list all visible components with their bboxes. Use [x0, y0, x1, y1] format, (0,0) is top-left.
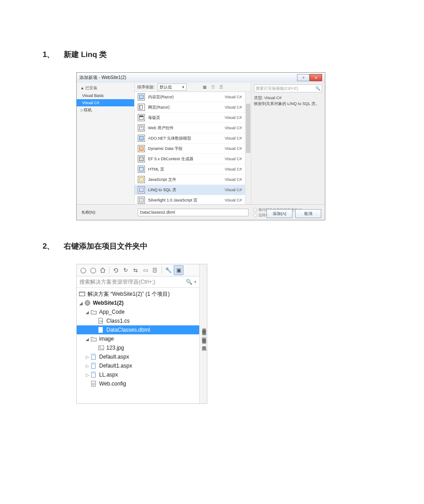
folder-app-code[interactable]: App_Code [77, 307, 199, 316]
dd-template-icon [137, 145, 145, 152]
sort-combo[interactable]: 默认值▾ [157, 83, 187, 91]
globe-icon [84, 299, 91, 307]
template-toolbar: 排序依据: 默认值▾ ▦ ☷ ☰ [135, 83, 251, 92]
template-search-input[interactable]: 搜索已安装模板(Ctrl+E) 🔍 [254, 84, 322, 92]
back-icon[interactable]: ◯ [79, 266, 87, 275]
show-all-icon[interactable]: ▭ [141, 266, 150, 275]
template-row[interactable]: Dynamic Data 字段Visual C# [135, 144, 251, 154]
scrollbar[interactable] [245, 92, 251, 205]
refresh-icon[interactable] [111, 266, 120, 275]
file-123jpg[interactable]: 123.jpg [77, 343, 199, 352]
template-row[interactable]: 母版页Visual C# [135, 113, 251, 123]
view-list-icon[interactable]: ☰ [219, 84, 224, 90]
template-row[interactable]: Web 用户控件Visual C# [135, 123, 251, 133]
folder-icon [90, 335, 97, 342]
se-search-input[interactable]: 搜索解决方案资源管理器(Ctrl+;) 🔍▾ [77, 276, 199, 288]
template-row[interactable]: ADO.NET 实体数据模型Visual C# [135, 133, 251, 144]
step1-num: 1、 [43, 49, 61, 60]
cancel-button[interactable]: 取消 [295, 209, 321, 218]
scrollbar-thumb[interactable] [246, 104, 250, 153]
file-webconfig[interactable]: Web.config [77, 379, 199, 388]
svg-point-10 [99, 346, 100, 347]
template-label: Web 用户控件 [148, 125, 225, 131]
html-template-icon [137, 166, 145, 173]
image-file-icon [97, 344, 105, 351]
se-search-dropdown-icon[interactable]: ▾ [194, 280, 197, 284]
name-input[interactable]: DataClasses2.dbml [138, 209, 249, 216]
category-visual-basic[interactable]: Visual Basic [77, 92, 134, 99]
solution-node[interactable]: 解决方案 “WebSite1(2)” (1 个项目) [77, 289, 199, 298]
svg-rect-17 [92, 381, 96, 386]
category-visual-csharp[interactable]: Visual C# [77, 99, 134, 106]
step2-heading: 2、 右键添加在项目文件夹中 [43, 241, 379, 251]
description-panel: 搜索已安装模板(Ctrl+E) 🔍 类型: Visual C# 映射到关系对象的… [251, 83, 325, 205]
template-row[interactable]: 内容页(Razor)Visual C# [135, 92, 251, 102]
forward-icon[interactable]: ◯ [88, 266, 97, 275]
template-label: EF 5.x DbContext 生成器 [148, 156, 225, 162]
tree-toggle[interactable] [85, 337, 90, 342]
close-button[interactable]: ✕ [310, 74, 322, 81]
collapse-icon[interactable]: ⇆ [131, 266, 140, 275]
template-row[interactable]: LINQ to SQL 类Visual C# [135, 185, 251, 195]
step2-title: 右键添加在项目文件夹中 [64, 242, 148, 250]
page-template-icon [137, 104, 145, 111]
file-ll-aspx[interactable]: LL.aspx [77, 370, 199, 379]
view-medium-icon[interactable]: ☷ [210, 84, 216, 90]
template-row[interactable]: 网页(Razor)Visual C# [135, 102, 251, 113]
solution-explorer-panel: ◯ ◯ ↻ ⇆ ▭ P 🔧 ▣ 搜索解决方案资源 [76, 264, 207, 404]
online-header[interactable]: ▷联机 [77, 106, 134, 114]
file-default-aspx[interactable]: Default.aspx [77, 352, 199, 361]
tree-toggle[interactable] [92, 328, 97, 333]
file-class1[interactable]: C# Class1.cs [77, 316, 199, 325]
svg-text:C#: C# [99, 320, 103, 323]
help-button[interactable]: ? [297, 74, 310, 81]
aspx-file-icon [90, 362, 97, 369]
step1-heading: 1、 新建 Linq 类 [43, 49, 379, 60]
sort-label: 排序依据: [137, 84, 155, 90]
dialog-title: 添加新项 - WebSite1(2) [79, 75, 297, 81]
step1-title: 新建 Linq 类 [64, 50, 107, 59]
template-list: 内容页(Razor)Visual C#网页(Razor)Visual C#母版页… [135, 92, 251, 205]
project-node[interactable]: WebSite1(2) [77, 298, 199, 307]
sync-icon[interactable]: ↻ [121, 266, 130, 275]
aspx-file-icon [90, 371, 97, 378]
svg-text:P: P [154, 269, 156, 272]
template-label: 内容页(Razor) [148, 94, 225, 100]
file-default1-aspx[interactable]: Default1.aspx [77, 361, 199, 370]
preview-icon[interactable]: ▣ [174, 265, 184, 275]
tree-toggle[interactable] [85, 373, 90, 377]
dbml-file-icon [97, 326, 105, 333]
template-row[interactable]: HTML 页Visual C# [135, 164, 251, 175]
svg-rect-12 [92, 354, 96, 355]
template-label: JavaScript 文件 [148, 177, 225, 183]
se-side-tabs[interactable]: 服务器资源管理器 团队资源管理器 类视图 [199, 264, 207, 403]
template-row[interactable]: JavaScript 文件Visual C# [135, 175, 251, 185]
desc-text: 映射到关系对象的 LINQ to SQL 类。 [254, 101, 322, 107]
tree-toggle[interactable] [85, 364, 90, 368]
template-list-panel: 排序依据: 默认值▾ ▦ ☷ ☰ 内容页(Razor)Visual C#网页(R… [135, 83, 251, 205]
view-small-icon[interactable]: ▦ [202, 84, 208, 90]
properties-icon[interactable]: P [151, 266, 160, 275]
folder-image[interactable]: image [77, 334, 199, 343]
home-icon[interactable] [98, 266, 107, 275]
tree-toggle[interactable] [79, 301, 84, 306]
template-label: LINQ to SQL 类 [148, 187, 225, 193]
template-row[interactable]: EF 5.x DbContext 生成器Visual C# [135, 154, 251, 164]
csharp-file-icon: C# [97, 317, 105, 324]
file-dataclasses[interactable]: DataClasses.dbml [77, 325, 199, 334]
tree-toggle[interactable] [85, 310, 90, 315]
template-label: ADO.NET 实体数据模型 [148, 136, 225, 141]
add-button[interactable]: 添加(A) [267, 209, 293, 218]
dialog-titlebar[interactable]: 添加新项 - WebSite1(2) ? ✕ [77, 73, 325, 83]
svg-rect-3 [79, 292, 85, 294]
search-icon: 🔍 [315, 86, 320, 91]
tree-toggle[interactable] [85, 355, 90, 359]
wrench-icon[interactable]: 🔧 [164, 266, 173, 275]
solution-icon [79, 290, 86, 298]
desc-type: 类型: Visual C# [254, 95, 322, 101]
installed-header[interactable]: ▲ 已安装 [77, 84, 134, 92]
solution-tree: 解决方案 “WebSite1(2)” (1 个项目) WebSite1(2) A… [77, 288, 199, 393]
template-row[interactable]: Silverlight 1.0 JavaScript 页Visual C# [135, 195, 251, 205]
folder-icon [90, 308, 97, 316]
user-template-icon [137, 124, 145, 131]
